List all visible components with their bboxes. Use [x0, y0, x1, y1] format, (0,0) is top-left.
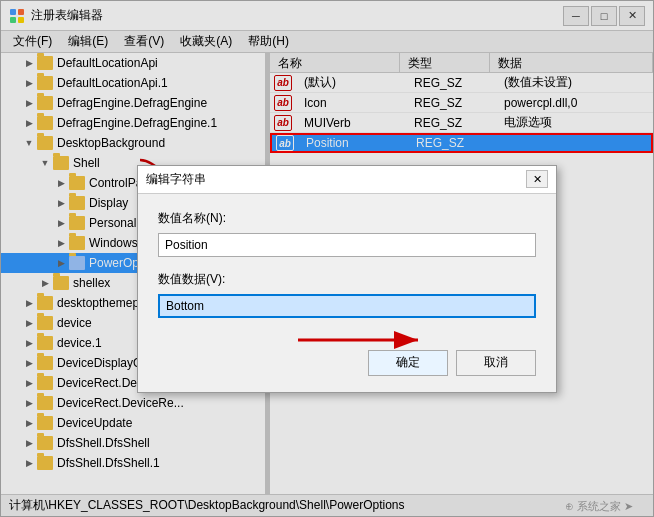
name-input[interactable] — [158, 233, 536, 257]
main-window: 注册表编辑器 ─ □ ✕ 文件(F) 编辑(E) 查看(V) 收藏夹(A) 帮助… — [0, 0, 654, 517]
data-input[interactable] — [158, 294, 536, 318]
data-label: 数值数据(V): — [158, 271, 536, 288]
dialog-title-bar: 编辑字符串 ✕ — [138, 166, 556, 194]
dialog-close-button[interactable]: ✕ — [526, 170, 548, 188]
arrow-svg — [298, 330, 438, 350]
dialog-buttons: 确定 取消 — [158, 350, 536, 376]
edit-string-dialog: 编辑字符串 ✕ 数值名称(N): 数值数据(V): — [137, 165, 557, 393]
arrow-area — [158, 332, 536, 342]
dialog-title: 编辑字符串 — [146, 171, 526, 188]
name-label: 数值名称(N): — [158, 210, 536, 227]
dialog-body: 数值名称(N): 数值数据(V): — [138, 194, 556, 392]
confirm-button[interactable]: 确定 — [368, 350, 448, 376]
cancel-button[interactable]: 取消 — [456, 350, 536, 376]
dialog-overlay: 编辑字符串 ✕ 数值名称(N): 数值数据(V): — [1, 1, 653, 516]
